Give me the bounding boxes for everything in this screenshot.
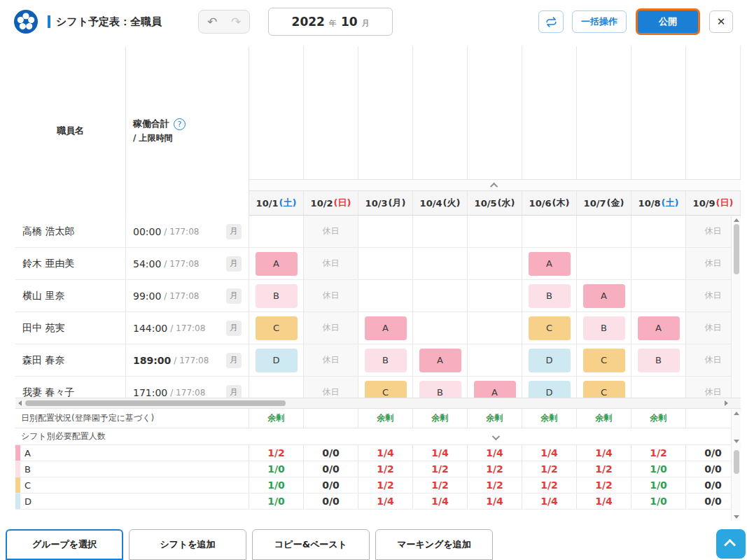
shift-cell[interactable]: A (468, 377, 522, 398)
shift-count-cell: 1/2 (577, 461, 631, 477)
requirements-vertical-scrollbar[interactable] (731, 446, 741, 521)
shift-cell[interactable]: 休日 (304, 216, 358, 247)
shift-cell[interactable] (631, 216, 686, 247)
hours-header-label: 稼働合計 (133, 118, 169, 130)
close-button[interactable]: ✕ (709, 10, 733, 33)
shift-cell[interactable]: C (249, 312, 304, 344)
shift-cell[interactable]: D (522, 377, 577, 398)
year-unit: 年 (329, 18, 337, 29)
shift-cell[interactable] (631, 280, 686, 312)
shift-cell[interactable] (249, 216, 304, 247)
scroll-up-arrow[interactable] (734, 218, 739, 222)
staff-hours-cell: 144:00/ 177:08月 (126, 312, 249, 344)
shift-cell[interactable]: 休日 (304, 280, 358, 312)
staff-name-header-label: 職員名 (57, 125, 84, 137)
shift-cell[interactable] (577, 248, 631, 279)
shift-cell[interactable] (631, 377, 686, 398)
holiday-label: 休日 (705, 258, 722, 270)
shift-cell[interactable]: 休日 (304, 344, 358, 376)
help-icon[interactable]: ? (174, 118, 186, 130)
staff-name-cell: 森田 春奈 (15, 344, 126, 376)
shift-cell[interactable] (249, 377, 304, 398)
shift-cell[interactable] (468, 248, 522, 279)
copy-paste-button[interactable]: コピー&ペースト (252, 529, 370, 560)
shift-cell[interactable]: A (522, 248, 577, 279)
scroll-top-button[interactable] (716, 529, 746, 559)
collapse-summary-row[interactable] (249, 179, 741, 190)
shift-requirements-header[interactable]: シフト別必要配置人数 (15, 428, 741, 445)
shift-cell[interactable]: D (522, 344, 577, 376)
shift-cell[interactable] (577, 216, 631, 247)
summary-vertical-scrollbar[interactable] (731, 410, 741, 445)
horizontal-scrollbar[interactable] (15, 398, 741, 409)
shift-label-cell: A (15, 445, 249, 461)
shift-cell[interactable]: A (631, 312, 686, 344)
hours-column-header: 稼働合計 ? / 上限時間 (126, 46, 249, 216)
shift-cell[interactable]: D (249, 344, 304, 376)
shift-chip-C: C (583, 349, 625, 372)
group-select-button[interactable]: グループを選択 (6, 529, 123, 560)
date-number: 10/7 (584, 198, 606, 209)
shift-cell[interactable]: 休日 (304, 248, 358, 279)
hscroll-thumb[interactable] (25, 400, 286, 406)
daily-status-label: 日別配置状況(登降園予定に基づく) (15, 409, 249, 428)
shift-cell[interactable]: A (577, 280, 631, 312)
undo-button[interactable]: ↶ (200, 11, 224, 32)
shift-chip-B: B (419, 381, 461, 398)
shift-cell[interactable] (413, 280, 468, 312)
shift-count-cell: 1/4 (522, 493, 577, 509)
shift-cell[interactable]: B (249, 280, 304, 312)
shift-cell[interactable]: A (413, 344, 468, 376)
shift-cell[interactable]: C (577, 344, 631, 376)
scroll-right-arrow[interactable] (725, 400, 728, 406)
redo-button[interactable]: ↷ (224, 11, 248, 32)
date-header-cell: 10/3(月) (358, 191, 413, 215)
shift-cell[interactable] (413, 312, 468, 344)
shift-cell[interactable] (631, 248, 686, 279)
staff-vertical-scrollbar[interactable] (731, 216, 741, 398)
vscroll-thumb[interactable] (734, 450, 739, 474)
scroll-left-arrow[interactable] (18, 400, 22, 406)
shift-cell[interactable] (468, 216, 522, 247)
shift-cell[interactable] (468, 280, 522, 312)
vscroll-thumb[interactable] (734, 224, 739, 274)
shift-cell[interactable]: B (358, 344, 413, 376)
add-shift-button[interactable]: シフトを追加 (129, 529, 246, 560)
shift-cell[interactable]: 休日 (304, 312, 358, 344)
shift-cell[interactable]: A (358, 312, 413, 344)
publish-button[interactable]: 公開 (638, 10, 698, 33)
shift-cell[interactable]: B (413, 377, 468, 398)
shift-cell[interactable] (358, 216, 413, 247)
shift-cell[interactable]: B (522, 280, 577, 312)
shift-cell[interactable] (358, 280, 413, 312)
worked-hours: 189:00 (133, 355, 171, 366)
sync-button[interactable] (538, 10, 564, 33)
scroll-down-arrow[interactable] (734, 440, 739, 443)
shift-cell[interactable]: A (249, 248, 304, 279)
month-picker[interactable]: 2022 年 10 月 (268, 8, 393, 36)
daily-status-cells: 余剰余剰余剰余剰余剰余剰余剰 (249, 409, 741, 428)
shift-cell[interactable]: B (577, 312, 631, 344)
shift-cell[interactable] (358, 248, 413, 279)
scroll-up-arrow[interactable] (734, 412, 739, 415)
header-spacer-cell (631, 46, 686, 179)
shift-cell[interactable] (468, 344, 522, 376)
bulk-operation-button[interactable]: 一括操作 (572, 10, 627, 33)
shift-cell[interactable] (413, 216, 468, 247)
add-marking-button[interactable]: マーキングを追加 (375, 529, 493, 560)
shift-cell[interactable]: 休日 (304, 377, 358, 398)
shift-cell[interactable] (468, 312, 522, 344)
shift-cell[interactable]: B (631, 344, 686, 376)
shift-cell[interactable]: C (522, 312, 577, 344)
shift-cell[interactable]: C (358, 377, 413, 398)
shift-label-cell: C (15, 477, 249, 493)
worked-hours: 00:00 (133, 226, 161, 237)
shift-cell[interactable]: C (577, 377, 631, 398)
daily-status-cell: 余剰 (577, 409, 631, 428)
date-header-cell: 10/6(木) (522, 191, 577, 215)
shift-color-strip (15, 493, 20, 509)
scroll-down-arrow[interactable] (734, 515, 739, 519)
shift-count-cell: 1/0 (631, 493, 686, 509)
shift-cell[interactable] (522, 216, 577, 247)
shift-cell[interactable] (413, 248, 468, 279)
